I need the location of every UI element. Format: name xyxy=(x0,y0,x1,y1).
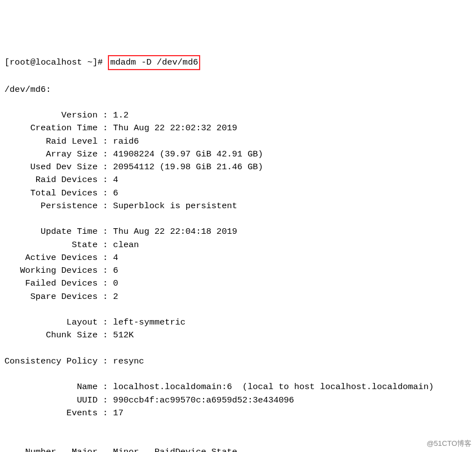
prompt-user: root xyxy=(9,57,30,67)
prompt-line: [root@localhost ~]# mdadm -D /dev/md6 xyxy=(4,55,472,70)
device-table-header: Number Major Minor RaidDevice State xyxy=(4,446,472,453)
watermark: @51CTO博客 xyxy=(427,438,472,449)
fields-block: Version : 1.2 Creation Time : Thu Aug 22… xyxy=(4,110,434,418)
prompt-path: ~ xyxy=(87,57,92,67)
prompt-symbol: # xyxy=(98,57,103,67)
prompt-host: localhost xyxy=(36,57,82,67)
device-header: /dev/md6: xyxy=(4,83,472,96)
command-highlight: mdadm -D /dev/md6 xyxy=(108,55,200,70)
command-text: mdadm -D /dev/md6 xyxy=(110,57,198,67)
